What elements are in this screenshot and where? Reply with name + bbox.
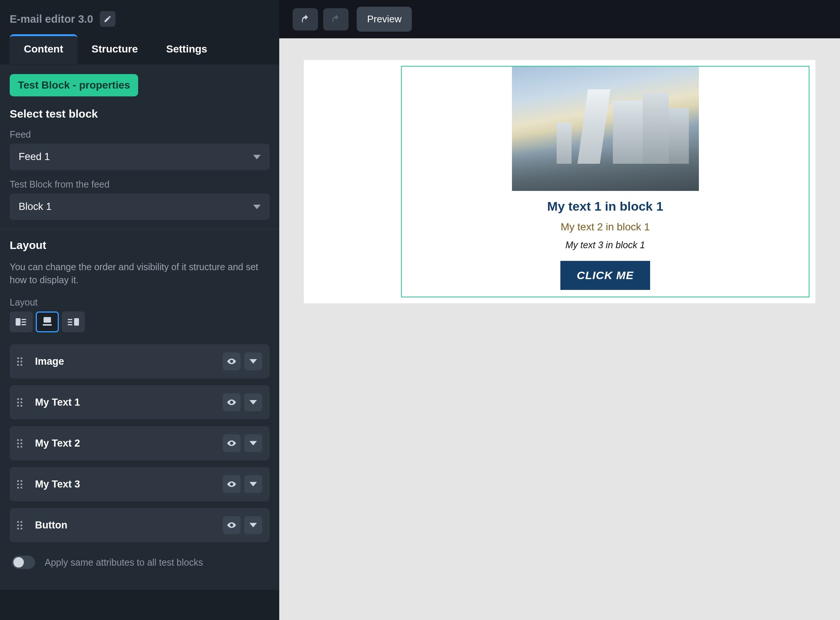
layer-text-2[interactable]: My Text 2 [10, 426, 270, 460]
svg-rect-4 [44, 317, 51, 323]
drag-handle-icon[interactable] [17, 439, 26, 448]
visibility-button[interactable] [223, 516, 241, 534]
svg-rect-1 [22, 319, 26, 320]
layout-opt-right[interactable] [62, 312, 85, 332]
tab-settings[interactable]: Settings [152, 34, 221, 64]
properties-badge: Test Block - properties [10, 74, 138, 96]
layer-actions [223, 393, 262, 411]
layer-image[interactable]: Image [10, 344, 270, 378]
layout-opt-left[interactable] [10, 312, 33, 332]
layout-left-icon [16, 318, 27, 327]
undo-icon [300, 14, 311, 24]
svg-rect-6 [68, 319, 72, 320]
feed-label: Feed [10, 129, 270, 140]
visibility-button[interactable] [223, 434, 241, 452]
svg-rect-7 [68, 322, 72, 323]
svg-rect-9 [74, 318, 79, 326]
chevron-down-icon [249, 523, 257, 527]
expand-button[interactable] [244, 434, 262, 452]
layer-label: My Text 3 [35, 479, 223, 490]
chevron-down-icon [249, 359, 257, 364]
chevron-down-icon [249, 441, 257, 445]
edit-title-button[interactable] [100, 11, 115, 27]
layer-actions [223, 434, 262, 452]
eye-icon [227, 438, 237, 448]
app-title: E-mail editor 3.0 [10, 13, 93, 25]
layout-right-icon [68, 318, 79, 327]
pencil-icon [104, 15, 112, 23]
layer-label: Button [35, 519, 223, 531]
layer-text-1[interactable]: My Text 1 [10, 385, 270, 420]
expand-button[interactable] [244, 516, 262, 534]
eye-icon [227, 479, 237, 489]
layer-actions [223, 516, 262, 534]
chevron-down-icon [249, 400, 257, 405]
sidebar-header: E-mail editor 3.0 [0, 0, 279, 34]
layer-label: My Text 2 [35, 438, 223, 449]
drag-handle-icon[interactable] [17, 398, 26, 407]
tab-content[interactable]: Content [10, 34, 77, 64]
eye-icon [227, 397, 237, 407]
apply-all-toggle[interactable] [12, 555, 35, 569]
apply-all-row: Apply same attributes to all test blocks [10, 549, 270, 580]
layout-top-icon [42, 317, 53, 327]
drag-handle-icon[interactable] [17, 480, 26, 489]
content-panel: Test Block - properties Select test bloc… [0, 65, 279, 590]
svg-rect-8 [68, 324, 72, 325]
expand-button[interactable] [244, 475, 262, 493]
layout-label: Layout [10, 297, 270, 308]
sidebar: E-mail editor 3.0 Content Structure Sett… [0, 0, 279, 620]
layout-opt-top[interactable] [36, 312, 59, 332]
redo-button[interactable] [323, 8, 348, 30]
chevron-down-icon [249, 482, 257, 486]
layout-desc: You can change the order and visibility … [10, 260, 270, 287]
layer-button[interactable]: Button [10, 508, 270, 542]
visibility-button[interactable] [223, 475, 241, 493]
chevron-down-icon [253, 205, 261, 209]
divider [0, 229, 279, 229]
redo-icon [331, 14, 341, 24]
select-block-title: Select test block [10, 108, 270, 120]
expand-button[interactable] [244, 352, 262, 370]
topbar: Preview [279, 0, 840, 38]
main: Preview My text 1 in block 1 My text 2 i… [279, 0, 840, 620]
drag-handle-icon[interactable] [17, 357, 26, 366]
feed-select[interactable]: Feed 1 [10, 144, 270, 170]
block-image[interactable] [512, 66, 699, 191]
apply-all-label: Apply same attributes to all test blocks [45, 557, 203, 568]
block-text-1[interactable]: My text 1 in block 1 [402, 199, 809, 214]
feed-value: Feed 1 [19, 151, 50, 163]
layer-actions [223, 475, 262, 493]
layer-actions [223, 352, 262, 370]
layout-title: Layout [10, 239, 270, 251]
layer-label: My Text 1 [35, 397, 223, 408]
eye-icon [227, 520, 237, 530]
email-canvas[interactable]: My text 1 in block 1 My text 2 in block … [304, 60, 816, 303]
svg-rect-0 [16, 318, 21, 326]
test-block[interactable]: My text 1 in block 1 My text 2 in block … [401, 66, 810, 297]
svg-rect-3 [22, 324, 26, 325]
block-value: Block 1 [19, 201, 52, 212]
expand-button[interactable] [244, 393, 262, 411]
tabs: Content Structure Settings [0, 34, 279, 65]
visibility-button[interactable] [223, 352, 241, 370]
visibility-button[interactable] [223, 393, 241, 411]
eye-icon [227, 357, 237, 366]
canvas-wrap: My text 1 in block 1 My text 2 in block … [279, 38, 840, 620]
block-cta-button[interactable]: CLICK ME [560, 261, 650, 290]
preview-button[interactable]: Preview [357, 7, 412, 32]
layer-label: Image [35, 356, 223, 367]
block-text-3[interactable]: My text 3 in block 1 [402, 240, 809, 250]
svg-rect-2 [22, 322, 26, 323]
svg-rect-5 [43, 324, 52, 326]
drag-handle-icon[interactable] [17, 521, 26, 530]
undo-button[interactable] [293, 8, 318, 30]
block-text-2[interactable]: My text 2 in block 1 [402, 221, 809, 233]
layer-text-3[interactable]: My Text 3 [10, 467, 270, 501]
block-select[interactable]: Block 1 [10, 194, 270, 220]
tab-structure[interactable]: Structure [77, 34, 152, 64]
chevron-down-icon [253, 155, 261, 159]
layout-options [10, 312, 270, 332]
block-from-feed-label: Test Block from the feed [10, 179, 270, 190]
